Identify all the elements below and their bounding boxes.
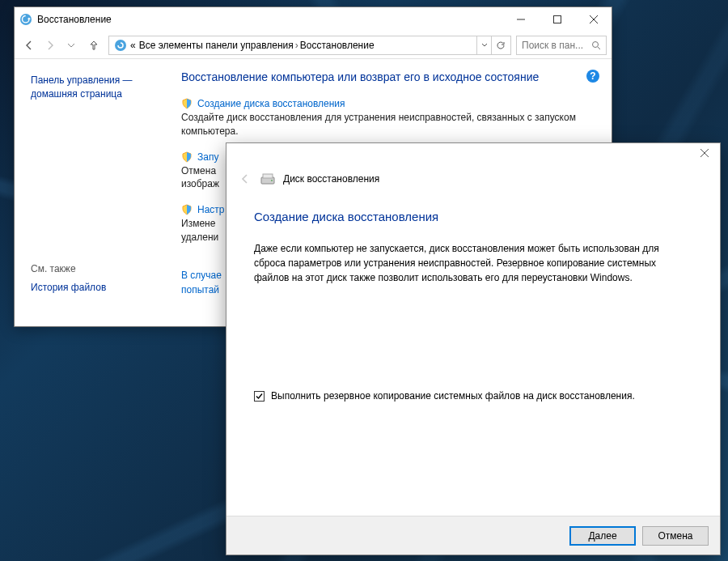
- svg-rect-13: [263, 174, 273, 178]
- address-bar[interactable]: « Все элементы панели управления › Восст…: [108, 36, 511, 55]
- nav-recent-button[interactable]: [61, 36, 81, 55]
- nav-back-button[interactable]: [19, 36, 39, 55]
- address-dropdown-button[interactable]: [476, 36, 491, 54]
- breadcrumb-item[interactable]: Восстановление: [300, 40, 375, 51]
- help-icon[interactable]: ?: [586, 69, 600, 83]
- sidebar: Панель управления —домашняя страница См.…: [15, 59, 173, 326]
- sidebar-file-history-link[interactable]: История файлов: [31, 281, 163, 295]
- nav-forward-button[interactable]: [40, 36, 60, 55]
- breadcrumb-chevron: «: [130, 40, 136, 51]
- sidebar-heading: См. также: [31, 263, 163, 274]
- shield-icon: [181, 151, 193, 163]
- svg-point-5: [115, 40, 126, 51]
- dialog-close-button[interactable]: [692, 143, 717, 163]
- cancel-button[interactable]: Отмена: [642, 526, 709, 546]
- svg-rect-2: [553, 16, 561, 23]
- dialog-header-title: Диск восстановления: [283, 173, 379, 185]
- window-title: Восстановление: [37, 14, 502, 25]
- backup-system-files-checkbox[interactable]: [254, 391, 265, 402]
- maximize-button[interactable]: [539, 8, 575, 32]
- troubleshoot-link[interactable]: В случаепопытай: [181, 270, 222, 295]
- dialog-header: Диск восстановления: [226, 163, 720, 195]
- recovery-icon: [19, 13, 32, 26]
- svg-line-7: [598, 47, 600, 49]
- drive-icon: [260, 173, 275, 185]
- titlebar[interactable]: Восстановление: [15, 7, 612, 32]
- item-description: Создайте диск восстановления для устране…: [181, 111, 595, 138]
- breadcrumb-sep-icon: ›: [295, 40, 298, 51]
- refresh-button[interactable]: [491, 36, 509, 54]
- search-icon: [591, 40, 601, 50]
- dialog-title: Создание диска восстановления: [254, 210, 692, 223]
- next-button[interactable]: Далее: [569, 526, 636, 546]
- svg-point-6: [593, 41, 599, 47]
- system-restore-link[interactable]: Запу: [197, 151, 218, 163]
- sidebar-home-link[interactable]: Панель управления —домашняя страница: [31, 74, 163, 101]
- minimize-button[interactable]: [502, 8, 539, 32]
- search-placeholder: Поиск в пан...: [522, 40, 583, 51]
- svg-text:?: ?: [590, 70, 595, 82]
- recovery-icon: [114, 39, 127, 52]
- checkbox-label: Выполнить резервное копирование системны…: [271, 390, 635, 402]
- svg-point-14: [271, 180, 273, 181]
- search-input[interactable]: Поиск в пан...: [516, 36, 607, 55]
- shield-icon: [181, 98, 193, 109]
- page-title: Восстановление компьютера или возврат ег…: [181, 70, 595, 83]
- navigation-bar: « Все элементы панели управления › Восст…: [15, 32, 612, 59]
- dialog-description: Даже если компьютер не запускается, диск…: [254, 241, 692, 285]
- create-recovery-drive-link[interactable]: Создание диска восстановления: [197, 98, 345, 109]
- shield-icon: [181, 204, 193, 215]
- nav-up-button[interactable]: [84, 36, 104, 55]
- recovery-drive-dialog: Диск восстановления Создание диска восст…: [226, 142, 721, 555]
- close-button[interactable]: [575, 8, 612, 32]
- back-icon[interactable]: [238, 172, 252, 186]
- recovery-item: Создание диска восстановления Создайте д…: [181, 98, 595, 138]
- breadcrumb-item[interactable]: Все элементы панели управления: [139, 40, 294, 51]
- configure-restore-link[interactable]: Настр: [197, 204, 225, 215]
- dialog-footer: Далее Отмена: [226, 516, 720, 555]
